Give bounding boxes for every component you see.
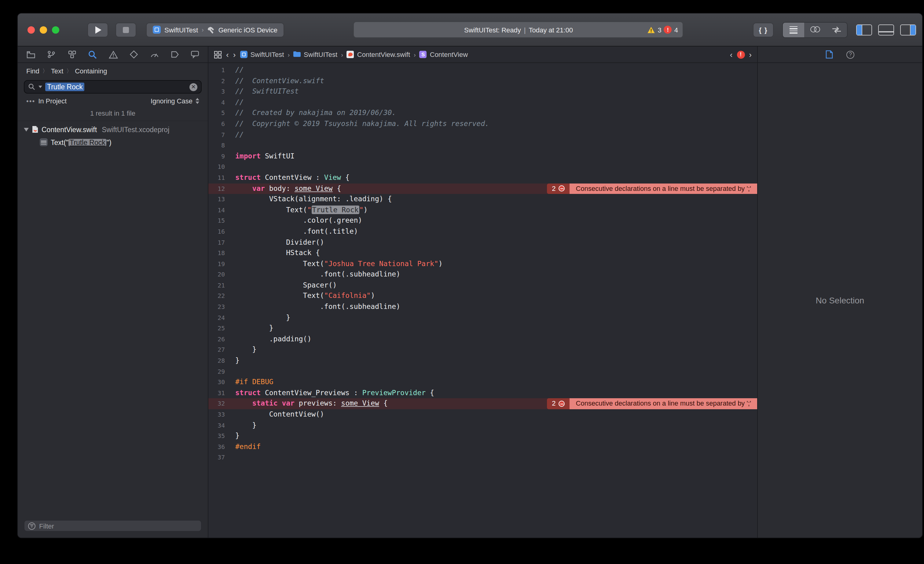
result-match-row[interactable]: Text("Trutle Rock") <box>18 136 208 149</box>
tab-source-control[interactable] <box>47 50 56 59</box>
breadcrumb-item-swiftuitest[interactable]: SwiftUITest <box>293 51 338 58</box>
line-number[interactable]: 8 <box>208 140 232 151</box>
line-number[interactable]: 37 <box>208 452 232 463</box>
minimize-button[interactable] <box>40 26 47 33</box>
code-line[interactable]: 32 static var previews: some View {2Cons… <box>208 399 757 409</box>
go-back-button[interactable]: ‹ <box>226 50 229 59</box>
line-number[interactable]: 12 <box>208 183 232 194</box>
code-line[interactable]: 24 } <box>208 312 757 323</box>
code-line[interactable]: 8 <box>208 140 757 151</box>
tab-test-navigator[interactable] <box>130 50 138 59</box>
code-line[interactable]: 26 .padding() <box>208 334 757 345</box>
code-line[interactable]: 1// <box>208 65 757 75</box>
code-line[interactable]: 19 Text("Joshua Tree National Park") <box>208 259 757 269</box>
line-number[interactable]: 19 <box>208 259 232 269</box>
code-line[interactable]: 5// Created by nakajima on 2019/06/30. <box>208 108 757 119</box>
code-line[interactable]: 7// <box>208 129 757 140</box>
line-number[interactable]: 21 <box>208 280 232 291</box>
code-line[interactable]: 13 VStack(alignment: .leading) { <box>208 194 757 205</box>
tab-symbol-navigator[interactable] <box>68 50 76 59</box>
code-line[interactable]: 28} <box>208 355 757 366</box>
line-number[interactable]: 17 <box>208 237 232 248</box>
find-scope-type[interactable]: Text <box>51 67 63 75</box>
filter-input[interactable]: Filter <box>24 520 202 532</box>
close-button[interactable] <box>27 26 35 33</box>
code-line[interactable]: 34 } <box>208 420 757 431</box>
line-number[interactable]: 29 <box>208 366 232 377</box>
line-number[interactable]: 14 <box>208 205 232 215</box>
clear-search-button[interactable]: ✕ <box>189 83 197 91</box>
related-items-icon[interactable] <box>214 50 222 59</box>
code-line[interactable]: 9import SwiftUI <box>208 151 757 162</box>
code-line[interactable]: 23 .font(.subheadline) <box>208 302 757 312</box>
previous-issue-button[interactable]: ‹ <box>730 50 733 59</box>
line-number[interactable]: 26 <box>208 334 232 345</box>
result-file-row[interactable]: ContentView.swift SwiftUITest.xcodeproj <box>18 123 208 136</box>
code-line[interactable]: 11struct ContentView : View { <box>208 173 757 183</box>
line-number[interactable]: 30 <box>208 377 232 388</box>
go-forward-button[interactable]: › <box>233 50 236 59</box>
code-line[interactable]: 15 .color(.green) <box>208 216 757 226</box>
code-line[interactable]: 21 Spacer() <box>208 280 757 291</box>
line-number[interactable]: 23 <box>208 302 232 312</box>
tab-quick-help-icon[interactable]: ? <box>846 50 854 59</box>
code-line[interactable]: 35} <box>208 431 757 441</box>
code-line[interactable]: 29 <box>208 366 757 377</box>
line-number[interactable]: 15 <box>208 216 232 226</box>
toggle-debug-area-button[interactable] <box>878 24 894 35</box>
tab-issue-navigator[interactable] <box>109 50 118 59</box>
toggle-inspector-button[interactable] <box>900 24 916 35</box>
code-line[interactable]: 16 .font(.title) <box>208 226 757 237</box>
line-number[interactable]: 31 <box>208 388 232 399</box>
line-number[interactable]: 20 <box>208 269 232 280</box>
code-line[interactable]: 36#endif <box>208 442 757 452</box>
tab-find-navigator[interactable] <box>88 50 97 59</box>
run-button[interactable] <box>87 23 108 37</box>
line-number[interactable]: 6 <box>208 119 232 129</box>
toggle-navigator-button[interactable] <box>856 24 872 35</box>
line-number[interactable]: 36 <box>208 442 232 452</box>
find-scope-match[interactable]: Containing <box>75 67 107 75</box>
code-line[interactable]: 33 ContentView() <box>208 409 757 420</box>
line-number[interactable]: 32 <box>208 399 232 409</box>
source-editor[interactable]: 1//2// ContentView.swift3// SwiftUITest4… <box>208 63 757 538</box>
code-line[interactable]: 2// ContentView.swift <box>208 75 757 86</box>
assistant-editor-button[interactable] <box>804 23 826 37</box>
tab-breakpoint-navigator[interactable] <box>171 51 179 58</box>
code-line[interactable]: 6// Copyright © 2019 Tsuyoshi nakajima. … <box>208 119 757 129</box>
issue-counts[interactable]: 3 ! 4 <box>647 22 678 37</box>
code-line[interactable]: 30#if DEBUG <box>208 377 757 388</box>
line-number[interactable]: 27 <box>208 345 232 355</box>
find-scope-find[interactable]: Find <box>26 67 39 75</box>
line-number[interactable]: 34 <box>208 420 232 431</box>
code-line[interactable]: 3// SwiftUITest <box>208 86 757 97</box>
standard-editor-button[interactable] <box>783 23 804 37</box>
scheme-selector[interactable]: SwiftUITest › Generic iOS Device <box>146 23 284 37</box>
search-options-caret-icon[interactable] <box>39 86 42 88</box>
error-annotation[interactable]: 2Consecutive declarations on a line must… <box>547 399 757 409</box>
code-line[interactable]: 12 var body: some View {2Consecutive dec… <box>208 183 757 194</box>
line-number[interactable]: 18 <box>208 248 232 259</box>
line-number[interactable]: 3 <box>208 86 232 97</box>
line-number[interactable]: 25 <box>208 323 232 334</box>
line-number[interactable]: 33 <box>208 409 232 420</box>
search-input[interactable]: Trutle Rock ✕ <box>24 80 202 93</box>
code-line[interactable]: 22 Text("Caifolnia") <box>208 291 757 302</box>
breadcrumb-item-contentview.swift[interactable]: ContentView.swift <box>347 51 410 58</box>
zoom-button[interactable] <box>52 26 59 33</box>
tab-project-navigator[interactable] <box>26 50 36 59</box>
line-number[interactable]: 2 <box>208 75 232 86</box>
line-number[interactable]: 5 <box>208 108 232 119</box>
version-editor-button[interactable] <box>826 23 847 37</box>
line-number[interactable]: 11 <box>208 173 232 183</box>
case-option[interactable]: Ignoring Case <box>151 97 199 105</box>
line-number[interactable]: 22 <box>208 291 232 302</box>
error-annotation[interactable]: 2Consecutive declarations on a line must… <box>547 183 757 194</box>
line-number[interactable]: 16 <box>208 226 232 237</box>
code-line[interactable]: 10 <box>208 162 757 173</box>
code-line[interactable]: 20 .font(.subheadline) <box>208 269 757 280</box>
stop-button[interactable] <box>116 23 136 37</box>
line-number[interactable]: 7 <box>208 129 232 140</box>
code-line[interactable]: 14 Text("Trutle Rock") <box>208 205 757 215</box>
disclosure-triangle-icon[interactable] <box>24 128 29 131</box>
